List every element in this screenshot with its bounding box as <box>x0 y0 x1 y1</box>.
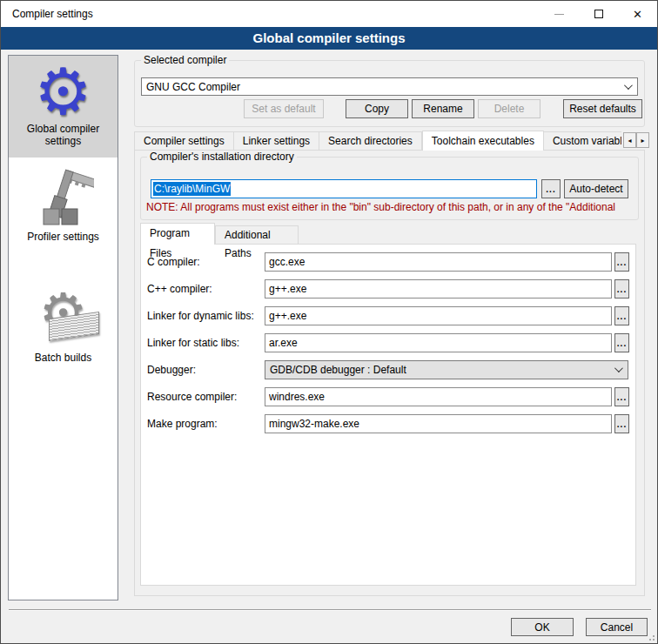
browse-directory-button[interactable]: ... <box>541 179 561 198</box>
arrow-right-icon: ▸ <box>641 137 644 144</box>
resource-compiler-label: Resource compiler: <box>147 387 237 406</box>
page-title: Global compiler settings <box>1 27 657 50</box>
resource-compiler-browse-button[interactable]: ... <box>614 387 629 406</box>
debugger-select-value: GDB/CDB debugger : Default <box>270 364 406 376</box>
sidebar-item-batch-builds[interactable]: ⚙ Batch builds <box>9 259 118 372</box>
tab-scroll-right-button[interactable]: ▸ <box>636 132 649 148</box>
auto-detect-button[interactable]: Auto-detect <box>564 179 628 198</box>
tab-custom-variables[interactable]: Custom variables <box>544 131 621 151</box>
dynamic-linker-browse-button[interactable]: ... <box>614 306 629 325</box>
close-icon: ✕ <box>633 9 642 20</box>
settings-tabstrip: Compiler settings Linker settings Search… <box>134 131 621 151</box>
chevron-down-icon <box>624 81 633 90</box>
static-linker-label: Linker for static libs: <box>147 333 239 352</box>
tab-search-directories[interactable]: Search directories <box>319 131 422 151</box>
gear-grey-stack-icon: ⚙ <box>9 282 118 345</box>
cpp-compiler-input[interactable] <box>265 279 612 299</box>
make-program-input[interactable] <box>265 414 612 433</box>
tab-scroll-left-button[interactable]: ◂ <box>623 132 636 148</box>
ok-button[interactable]: OK <box>511 618 574 636</box>
c-compiler-browse-button[interactable]: ... <box>614 252 629 272</box>
chevron-down-icon <box>614 364 623 372</box>
window-title: Compiler settings <box>12 1 93 27</box>
close-button[interactable]: ✕ <box>618 1 657 27</box>
gear-blue-icon: ⚙ <box>9 60 118 123</box>
compiler-settings-dialog: Compiler settings ✕ Global compiler sett… <box>0 0 658 644</box>
maximize-button[interactable] <box>579 1 618 27</box>
debugger-select[interactable]: GDB/CDB debugger : Default <box>265 360 628 379</box>
resize-grip[interactable] <box>646 632 655 641</box>
delete-button[interactable]: Delete <box>478 99 540 118</box>
compiler-select[interactable]: GNU GCC Compiler <box>141 77 638 96</box>
tab-additional-paths[interactable]: Additional Paths <box>215 225 299 245</box>
resource-compiler-input[interactable] <box>265 387 612 406</box>
debugger-label: Debugger: <box>147 360 196 379</box>
minimize-icon <box>554 14 564 15</box>
installation-directory-input[interactable]: C:\raylib\MinGW <box>151 179 537 198</box>
cpp-compiler-label: C++ compiler: <box>147 279 212 299</box>
titlebar[interactable]: Compiler settings ✕ <box>1 1 657 27</box>
window-controls: ✕ <box>540 1 657 27</box>
cancel-button[interactable]: Cancel <box>586 618 648 636</box>
minimize-button[interactable] <box>540 1 579 27</box>
cpp-compiler-browse-button[interactable]: ... <box>614 279 629 299</box>
tab-toolchain-executables[interactable]: Toolchain executables <box>422 131 544 151</box>
sidebar-item-profiler-settings[interactable]: Profiler settings <box>9 158 118 259</box>
sidebar-item-global-compiler-settings[interactable]: ⚙ Global compiler settings <box>9 56 118 158</box>
tab-compiler-settings[interactable]: Compiler settings <box>134 131 234 151</box>
dynamic-linker-label: Linker for dynamic libs: <box>147 306 254 325</box>
rename-button[interactable]: Rename <box>412 99 474 118</box>
tab-scroll-buttons: ◂ ▸ <box>623 132 649 148</box>
caliper-icon <box>9 168 118 231</box>
static-linker-browse-button[interactable]: ... <box>614 333 629 352</box>
installation-directory-value: C:\raylib\MinGW <box>153 182 231 196</box>
tab-program-files[interactable]: Program Files <box>140 223 215 245</box>
group-label: Selected compiler <box>141 54 229 66</box>
group-label: Compiler's installation directory <box>147 151 297 163</box>
bin-subdirectory-note: NOTE: All programs must exist either in … <box>146 201 635 213</box>
arrow-left-icon: ◂ <box>628 137 631 144</box>
copy-button[interactable]: Copy <box>346 99 408 118</box>
make-program-browse-button[interactable]: ... <box>614 414 629 433</box>
sidebar-item-label: Profiler settings <box>9 231 118 243</box>
dynamic-linker-input[interactable] <box>265 306 612 325</box>
make-program-label: Make program: <box>147 414 218 433</box>
reset-defaults-button[interactable]: Reset defaults <box>563 99 642 118</box>
c-compiler-input[interactable] <box>265 252 612 272</box>
static-linker-input[interactable] <box>265 333 612 352</box>
footer-separator <box>9 609 651 611</box>
maximize-icon <box>594 10 603 18</box>
set-as-default-button[interactable]: Set as default <box>244 99 324 118</box>
compiler-select-value: GNU GCC Compiler <box>146 81 240 93</box>
settings-category-list: ⚙ Global compiler settings <box>8 55 118 600</box>
tab-linker-settings[interactable]: Linker settings <box>234 131 319 151</box>
sidebar-item-label: Batch builds <box>9 352 118 364</box>
